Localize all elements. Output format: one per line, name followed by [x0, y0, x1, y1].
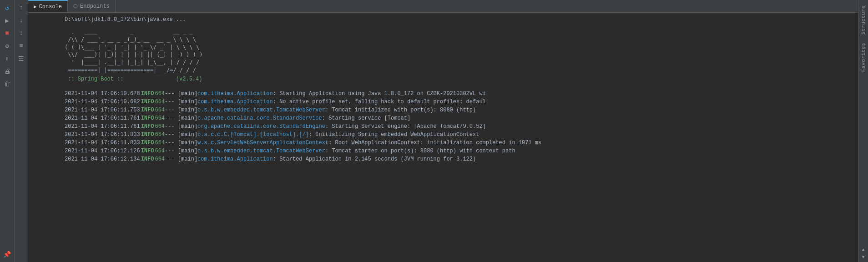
endpoints-tab-icon: ⬡ [73, 3, 78, 9]
log-sep: --- [ [165, 155, 181, 163]
log-sep: --- [ [165, 147, 181, 155]
log-sep: --- [ [165, 98, 181, 106]
log-class: com.itheima.Application [197, 98, 273, 106]
log-thread: main] [181, 147, 197, 155]
spring-ascii-art: . ____ _ __ _ _ /\\ / ___'_ __ _ _(_)_ _… [65, 28, 854, 74]
refresh-icon[interactable]: ↺ [1, 2, 13, 14]
log-level: INFO [141, 139, 154, 147]
tab-endpoints[interactable]: ⬡ Endpoints [68, 0, 116, 12]
step-into-icon[interactable]: ↓ [15, 15, 27, 26]
log-thread: main] [181, 90, 197, 98]
log-message: : Initializing Spring embedded WebApplic… [309, 131, 479, 139]
run-controls-panel: ↑ ↓ ↕ ≡ ☰ [15, 0, 28, 262]
log-pid: 664 [155, 131, 165, 139]
log-timestamp: 2021-11-04 17:06:11.833 [65, 131, 140, 139]
log-thread: main] [181, 139, 197, 147]
log-level: INFO [141, 106, 154, 114]
log-class: o.apache.catalina.core.StandardService [197, 114, 322, 122]
log-message: : No active profile set, falling back to… [273, 98, 486, 106]
console-tab-label: Console [39, 4, 62, 10]
log-message: : Tomcat initialized with port(s): 8080 … [325, 106, 476, 114]
scroll-bottom-btn[interactable]: ▼ [860, 254, 867, 260]
settings-icon[interactable]: ☰ [15, 53, 27, 65]
console-tab-icon: ▶ [34, 4, 37, 10]
log-sep: --- [ [165, 114, 181, 122]
wrap-icon[interactable]: ≡ [15, 40, 27, 52]
step-over-icon[interactable]: ↑ [15, 2, 27, 14]
log-timestamp: 2021-11-04 17:06:10.682 [65, 98, 140, 106]
main-area: ▶ Console ⬡ Endpoints D:\soft\jdk1.8.0_1… [28, 0, 858, 262]
log-sep: --- [ [165, 139, 181, 147]
log-sep: --- [ [165, 90, 181, 98]
command-line: D:\soft\jdk1.8.0_172\bin\java.exe ... [65, 15, 854, 25]
log-line: 2021-11-04 17:06:11.761 INFO 664 --- [ m… [65, 122, 854, 131]
log-class: org.apache.catalina.core.StandardEngine [197, 122, 325, 131]
log-pid: 664 [155, 106, 165, 114]
sidebar-favorites-label[interactable]: Favorites [860, 39, 867, 76]
log-level: INFO [141, 122, 154, 131]
log-timestamp: 2021-11-04 17:06:11.761 [65, 114, 140, 122]
log-message: : Starting Servlet engine: [Apache Tomca… [325, 122, 486, 131]
pin-icon[interactable]: 📌 [1, 248, 13, 260]
log-line: 2021-11-04 17:06:11.753 INFO 664 --- [ m… [65, 106, 854, 114]
log-message: : Starting Application using Java 1.8.0_… [273, 90, 486, 98]
log-timestamp: 2021-11-04 17:06:11.833 [65, 139, 140, 147]
log-line: 2021-11-04 17:06:11.833 INFO 664 --- [ m… [65, 139, 854, 147]
log-thread: main] [181, 131, 197, 139]
log-level: INFO [141, 131, 154, 139]
tab-console[interactable]: ▶ Console [28, 0, 68, 12]
log-line: 2021-11-04 17:06:12.134 INFO 664 --- [ m… [65, 155, 854, 163]
log-class: com.itheima.Application [197, 90, 273, 98]
log-sep: --- [ [165, 131, 181, 139]
print-icon[interactable]: 🖨 [1, 66, 13, 77]
log-message: : Started Application in 2.145 seconds (… [273, 155, 476, 163]
scroll-end-icon[interactable]: ↕ [15, 27, 27, 39]
delete-icon[interactable]: 🗑 [1, 78, 13, 90]
log-pid: 664 [155, 98, 165, 106]
run-icon[interactable]: ▶ [1, 15, 13, 26]
log-level: INFO [141, 114, 154, 122]
log-pid: 664 [155, 155, 165, 163]
log-message: : Root WebApplicationContext: initializa… [328, 139, 541, 147]
scroll-top-btn[interactable]: ▲ [860, 247, 867, 253]
log-line: 2021-11-04 17:06:12.126 INFO 664 --- [ m… [65, 147, 854, 155]
log-pid: 664 [155, 147, 165, 155]
log-sep: --- [ [165, 122, 181, 131]
log-level: INFO [141, 98, 154, 106]
log-sep: --- [ [165, 106, 181, 114]
log-class: o.a.c.c.C.[Tomcat].[localhost].[/] [197, 131, 309, 139]
log-line: 2021-11-04 17:06:10.682 INFO 664 --- [ m… [65, 98, 854, 106]
log-line: 2021-11-04 17:06:11.833 INFO 664 --- [ m… [65, 131, 854, 139]
stop-icon[interactable]: ■ [1, 27, 13, 39]
scroll-up-icon[interactable]: ⬆ [1, 53, 13, 65]
log-message: : Tomcat started on port(s): 8080 (http)… [325, 147, 515, 155]
log-container: 2021-11-04 17:06:10.678 INFO 664 --- [ m… [65, 90, 854, 163]
log-pid: 664 [155, 139, 165, 147]
log-pid: 664 [155, 90, 165, 98]
sidebar-structure-label[interactable]: Structure [860, 2, 867, 38]
right-sidebar: Structure Favorites ▲ ▼ [858, 0, 868, 262]
log-level: INFO [141, 147, 154, 155]
log-level: INFO [141, 155, 154, 163]
log-thread: main] [181, 122, 197, 131]
log-timestamp: 2021-11-04 17:06:10.678 [65, 90, 140, 98]
log-timestamp: 2021-11-04 17:06:12.126 [65, 147, 140, 155]
log-thread: main] [181, 98, 197, 106]
endpoints-tab-label: Endpoints [80, 3, 110, 10]
log-message: : Starting service [Tomcat] [322, 114, 410, 122]
log-pid: 664 [155, 122, 165, 131]
screenshot-icon[interactable]: ⊙ [1, 40, 13, 52]
tabs-bar: ▶ Console ⬡ Endpoints [28, 0, 858, 13]
left-toolbar: ↺ ▶ ■ ⊙ ⬆ 🖨 🗑 📌 [0, 0, 15, 262]
log-thread: main] [181, 155, 197, 163]
log-timestamp: 2021-11-04 17:06:12.134 [65, 155, 140, 163]
console-output[interactable]: D:\soft\jdk1.8.0_172\bin\java.exe ... . … [28, 13, 858, 262]
log-level: INFO [141, 90, 154, 98]
log-class: w.s.c.ServletWebServerApplicationContext [197, 139, 328, 147]
spring-boot-version: :: Spring Boot :: (v2.5.4) [65, 76, 854, 82]
log-class: o.s.b.w.embedded.tomcat.TomcatWebServer [197, 106, 325, 114]
log-timestamp: 2021-11-04 17:06:11.761 [65, 122, 140, 131]
log-class: com.itheima.Application [197, 155, 273, 163]
log-timestamp: 2021-11-04 17:06:11.753 [65, 106, 140, 114]
log-pid: 664 [155, 114, 165, 122]
